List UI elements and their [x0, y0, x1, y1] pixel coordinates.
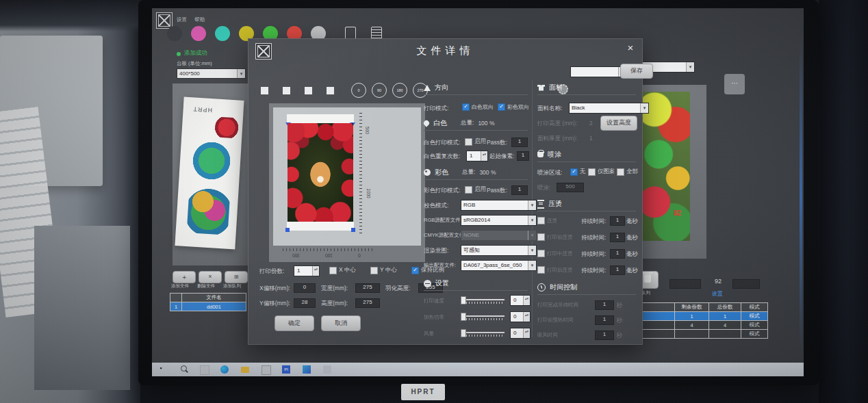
press-checkbox[interactable] — [537, 217, 545, 224]
press-checkbox[interactable] — [537, 266, 545, 274]
print-app-icon[interactable]: PI — [282, 365, 290, 374]
color-swatch-black[interactable] — [167, 26, 182, 41]
add-queue-icon[interactable]: ⊞ — [225, 271, 248, 283]
width-input[interactable]: 275 — [355, 283, 380, 293]
white-enable-checkbox[interactable]: 启用 — [465, 138, 486, 146]
queue-row[interactable]: 模式 — [632, 330, 768, 339]
settings-slider[interactable] — [461, 329, 505, 337]
settings-slider[interactable] — [461, 313, 505, 321]
spray-none-checkbox[interactable]: 无 — [570, 168, 586, 176]
white-repeat-stepper[interactable]: 1 — [466, 151, 488, 161]
photo-scene: — ❐ × 设置 帮助 添加成功 台板 (单位:mm) 400*500 — [0, 0, 868, 403]
time-input[interactable]: 1 — [595, 315, 614, 325]
rgb-profile-select[interactable]: sRGB2014 — [461, 215, 537, 226]
save-button[interactable]: 保存 — [620, 64, 653, 79]
file-explorer-icon[interactable] — [241, 367, 249, 373]
render-intent-select[interactable]: 可感知 — [461, 245, 537, 256]
fabric-name-select[interactable]: Black — [569, 103, 649, 114]
spray-pattern-checkbox[interactable]: 仅图案 — [588, 168, 615, 176]
start-pixel-input[interactable]: 1 — [517, 151, 529, 161]
selection-handle[interactable] — [285, 228, 290, 232]
tool-square-icon[interactable] — [261, 87, 268, 94]
more-options-button[interactable]: ··· — [724, 74, 745, 94]
start-button-icon[interactable] — [160, 367, 164, 371]
edge-browser-icon[interactable] — [220, 365, 229, 374]
slider-value-stepper[interactable]: 0 — [510, 295, 531, 306]
rotate-90-button[interactable]: 90 — [372, 83, 387, 98]
queue-row[interactable]: 4 4 模式 — [632, 321, 768, 330]
white-bidir-label: 白色双向 — [472, 103, 494, 111]
cancel-button[interactable]: 取消 — [321, 315, 361, 331]
duration-input[interactable]: 1 — [610, 233, 625, 242]
duration-input[interactable]: 1 — [610, 216, 625, 226]
tool-square-icon[interactable] — [283, 87, 290, 94]
tool-square-icon[interactable] — [305, 87, 312, 94]
height-label: 高度(mm): — [321, 300, 348, 308]
preview-canvas[interactable]: 500 1000 300 100 0 — [269, 103, 425, 262]
duration-input[interactable]: 1 — [610, 249, 625, 259]
queue-field-1[interactable] — [669, 279, 701, 289]
menu-item-help[interactable]: 帮助 — [194, 16, 205, 23]
queue-field-2[interactable] — [732, 279, 760, 289]
delete-file-button[interactable]: 删除文件 — [197, 283, 215, 289]
file-table-row[interactable]: 1 dd001 — [170, 302, 246, 311]
preset-select[interactable] — [570, 66, 627, 77]
print-image-fox-roses[interactable] — [288, 123, 353, 222]
slider-handle[interactable] — [461, 313, 466, 321]
queue-row[interactable]: 1 1 模式 — [632, 312, 768, 321]
calibration-select[interactable]: RGB — [461, 200, 537, 211]
add-file-button[interactable]: 添加文件 — [171, 283, 189, 289]
tool-square-icon[interactable] — [327, 87, 334, 94]
time-row-label: 吸风时间 — [537, 332, 558, 339]
time-input[interactable]: 1 — [595, 300, 614, 310]
slider-value-stepper[interactable]: 0 — [510, 328, 531, 339]
spray-value-input[interactable]: 500 — [557, 183, 584, 192]
taskbar-search-icon[interactable] — [181, 365, 187, 372]
settings-slider[interactable] — [461, 296, 505, 304]
ok-button[interactable]: 确定 — [275, 315, 314, 331]
slider-handle[interactable] — [461, 296, 466, 304]
selection-handle[interactable] — [351, 228, 355, 232]
dialog-close-icon[interactable]: × — [624, 42, 637, 55]
add-queue-button[interactable]: 添加队列 — [223, 283, 241, 289]
press-checkbox[interactable] — [537, 233, 545, 241]
left-preview-platen[interactable]: HPRT — [173, 83, 249, 265]
rotate-180-button[interactable]: 180 — [392, 83, 407, 98]
duration-label: 持续时间: — [581, 218, 606, 226]
palette-icon — [424, 169, 431, 176]
delete-file-icon[interactable]: × — [199, 271, 222, 283]
x-center-checkbox[interactable]: X 中心 — [329, 266, 356, 274]
queue-settings-link[interactable]: 设置 — [712, 290, 723, 298]
time-input[interactable]: 1 — [595, 330, 614, 340]
set-height-button[interactable]: 设置高度 — [600, 116, 637, 131]
white-repeat-label: 白色重复次数: — [424, 153, 460, 161]
press-checkbox[interactable] — [537, 250, 545, 257]
color-bidir-checkbox[interactable]: 彩色双向 — [498, 103, 529, 111]
y-offset-input[interactable]: 28 — [294, 298, 316, 308]
time-unit: 秒 — [617, 332, 623, 340]
y-center-checkbox[interactable]: Y 中心 — [370, 266, 397, 274]
color-enable-checkbox[interactable]: 启用 — [465, 185, 486, 194]
duration-input[interactable]: 1 — [610, 265, 625, 275]
output-profile-select[interactable]: DA067_3pass_6se_050 — [461, 260, 537, 271]
slider-value-stepper[interactable]: 0 — [510, 311, 531, 322]
task-view-icon[interactable] — [200, 365, 209, 375]
color-swatch-pink[interactable] — [191, 26, 206, 41]
image-app-icon[interactable] — [303, 365, 311, 374]
spray-all-checkbox[interactable]: 全部 — [617, 168, 638, 176]
photos-app-icon[interactable] — [261, 365, 271, 375]
menu-item-settings[interactable]: 设置 — [177, 16, 187, 23]
height-input[interactable]: 275 — [355, 298, 380, 308]
white-pass-input[interactable]: 1 — [511, 138, 528, 147]
slider-handle[interactable] — [461, 329, 466, 337]
color-pass-input[interactable]: 1 — [511, 185, 528, 195]
x-offset-input[interactable]: 0 — [294, 283, 316, 293]
taskbar-app-icon[interactable] — [323, 365, 331, 374]
platen-size-select[interactable]: 400*500 — [177, 68, 246, 79]
press-title: 压烫 — [548, 199, 562, 209]
rotate-0-button[interactable]: 0 — [351, 83, 366, 98]
white-bidir-checkbox[interactable]: 白色双向 — [462, 103, 494, 111]
copies-stepper[interactable]: 1 — [294, 265, 320, 276]
color-swatch-teal[interactable] — [215, 26, 230, 41]
add-file-icon[interactable]: ＋ — [173, 271, 196, 283]
